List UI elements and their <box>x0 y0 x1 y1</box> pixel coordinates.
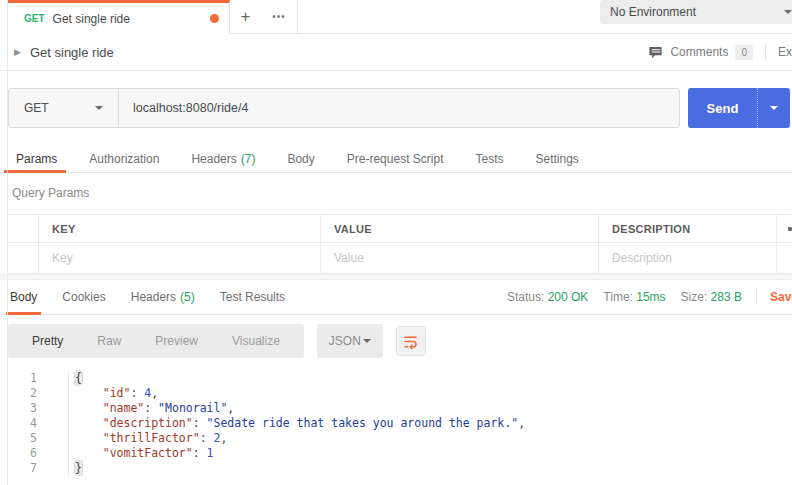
request-name: Get single ride <box>30 45 114 60</box>
view-mode-raw[interactable]: Raw <box>80 334 138 348</box>
column-options-icon[interactable] <box>777 215 792 242</box>
response-viewer-toolbar: PrettyRawPreviewVisualize JSON <box>0 315 792 367</box>
line-number: 4 <box>0 416 69 431</box>
status-value: 200 OK <box>548 290 589 304</box>
request-header-actions: Comments 0 Ex <box>648 43 792 61</box>
code-line: 2 "id": 4, <box>0 386 792 401</box>
tab-label: Test Results <box>220 290 285 304</box>
tab-options-button[interactable]: ••• <box>261 0 298 34</box>
line-number: 5 <box>0 431 69 446</box>
tab-settings[interactable]: Settings <box>532 145 583 172</box>
method-selector[interactable]: GET <box>9 89 119 127</box>
line-content: "id": 4, <box>69 386 158 401</box>
tab-count-badge: (5) <box>180 290 195 304</box>
response-body-code[interactable]: 1{2 "id": 4,3 "name": "Monorail",4 "desc… <box>0 367 792 476</box>
value-input[interactable] <box>334 251 598 265</box>
save-response-button[interactable]: Save <box>770 290 792 304</box>
code-line: 4 "description": "Sedate ride that takes… <box>0 416 792 431</box>
chevron-down-icon <box>363 339 371 343</box>
response-tab-cookies[interactable]: Cookies <box>60 280 107 314</box>
header-divider <box>765 43 766 61</box>
wrap-lines-button[interactable] <box>396 326 426 356</box>
tab-label: Settings <box>536 152 579 166</box>
disclosure-triangle-icon[interactable]: ▶ <box>14 47 21 57</box>
description-input[interactable] <box>612 251 776 265</box>
tab-count-badge: (7) <box>241 152 256 166</box>
environment-selector[interactable]: No Environment <box>600 0 792 24</box>
view-mode-group: PrettyRawPreviewVisualize <box>8 324 304 358</box>
request-header: ▶ Get single ride Comments 0 Ex <box>0 34 792 71</box>
size-pair: Size: 283 B <box>681 290 742 304</box>
format-selector[interactable]: JSON <box>317 324 383 358</box>
description-column-header: DESCRIPTION <box>599 215 777 242</box>
time-label: Time: <box>603 290 633 304</box>
request-tab-title: Get single ride <box>53 12 202 26</box>
line-content: "description": "Sedate ride that takes y… <box>69 416 525 431</box>
row-handle-column <box>8 215 39 242</box>
line-number: 2 <box>0 386 69 401</box>
comments-button[interactable]: Comments <box>670 45 728 59</box>
chevron-down-icon <box>770 106 778 110</box>
tab-bar-gutter <box>0 0 8 34</box>
code-line: 5 "thrillFactor": 2, <box>0 431 792 446</box>
response-tab-body[interactable]: Body <box>8 280 39 314</box>
query-params-section: Query Params <box>0 173 792 200</box>
view-mode-visualize[interactable]: Visualize <box>215 334 297 348</box>
line-content: "vomitFactor": 1 <box>69 446 214 461</box>
send-options-button[interactable] <box>757 88 790 128</box>
tab-label: Cookies <box>62 290 105 304</box>
size-value: 283 B <box>711 290 742 304</box>
tab-body[interactable]: Body <box>283 145 318 172</box>
tab-headers[interactable]: Headers(7) <box>187 145 259 172</box>
comments-count-badge: 0 <box>735 45 753 60</box>
key-input[interactable] <box>52 251 320 265</box>
code-line: 7} <box>0 461 792 476</box>
status-label: Status: <box>507 290 544 304</box>
tab-bar-spacer: No Environment <box>298 0 792 34</box>
code-line: 6 "vomitFactor": 1 <box>0 446 792 461</box>
response-tab-headers[interactable]: Headers(5) <box>129 280 197 314</box>
line-number: 6 <box>0 446 69 461</box>
postman-window: GET Get single ride + ••• No Environment… <box>0 0 792 485</box>
url-group: GET <box>8 88 680 128</box>
row-options <box>777 243 792 273</box>
tab-pre-request-script[interactable]: Pre-request Script <box>343 145 448 172</box>
comment-icon <box>648 45 663 60</box>
chevron-down-icon <box>95 106 103 110</box>
table-header-row: KEY VALUE DESCRIPTION <box>8 215 792 243</box>
line-content: "name": "Monorail", <box>69 401 234 416</box>
format-label: JSON <box>329 334 361 348</box>
request-url-bar: GET Send <box>0 71 792 145</box>
tab-label: Pre-request Script <box>347 152 444 166</box>
tab-tests[interactable]: Tests <box>471 145 507 172</box>
url-input[interactable] <box>119 89 679 127</box>
line-content: "thrillFactor": 2, <box>69 431 227 446</box>
tab-label: Body <box>287 152 314 166</box>
time-pair: Time: 15ms <box>603 290 665 304</box>
response-tab-test-results[interactable]: Test Results <box>218 280 287 314</box>
examples-button[interactable]: Ex <box>778 45 792 59</box>
response-meta: Status: 200 OK Time: 15ms Size: 283 B Sa… <box>492 289 792 305</box>
line-content: { <box>69 371 82 386</box>
environment-label: No Environment <box>610 5 696 19</box>
request-tab-method-badge: GET <box>24 13 45 24</box>
request-tabs: ParamsAuthorizationHeaders(7)BodyPre-req… <box>0 145 792 173</box>
view-mode-pretty[interactable]: Pretty <box>15 334 80 348</box>
tab-authorization[interactable]: Authorization <box>85 145 163 172</box>
view-mode-preview[interactable]: Preview <box>138 334 215 348</box>
query-params-heading: Query Params <box>12 186 792 200</box>
time-value: 15ms <box>636 290 665 304</box>
wrap-lines-icon <box>402 333 419 350</box>
code-line: 3 "name": "Monorail", <box>0 401 792 416</box>
line-number: 3 <box>0 401 69 416</box>
tab-label: Params <box>16 152 57 166</box>
size-label: Size: <box>681 290 708 304</box>
send-button[interactable]: Send <box>688 88 757 128</box>
send-button-group: Send <box>688 88 790 128</box>
request-tab[interactable]: GET Get single ride <box>8 0 230 34</box>
new-tab-button[interactable]: + <box>230 0 261 34</box>
tab-params[interactable]: Params <box>12 145 61 172</box>
tab-label: Authorization <box>89 152 159 166</box>
row-handle[interactable] <box>8 243 39 273</box>
tab-label: Tests <box>475 152 503 166</box>
